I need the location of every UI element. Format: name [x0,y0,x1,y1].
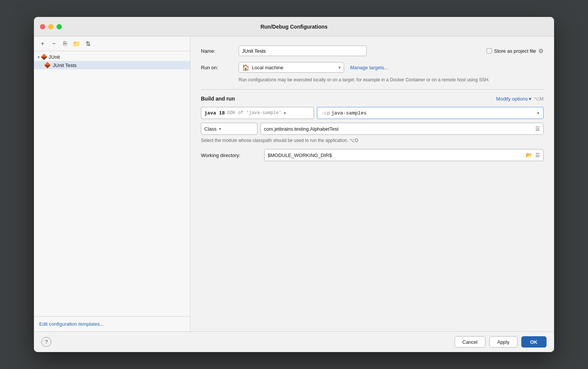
name-row: Name: Store as project file ⚙ [201,46,544,56]
bottom-bar: ? Cancel Apply OK [34,331,554,352]
apply-button[interactable]: Apply [489,336,518,348]
copy-icon: ⎘ [63,40,67,47]
help-button[interactable]: ? [41,337,51,347]
cp-content: -cp java-samples [321,110,367,116]
window-controls [40,24,62,29]
modify-options-button[interactable]: Modify options ▾ [496,96,531,102]
working-dir-value: $MODULE_WORKING_DIR$ [268,152,332,158]
working-dir-icons: 📂 ☰ [526,152,540,158]
chevron-down-icon: ▾ [529,96,531,102]
cp-prefix-label: -cp [321,110,330,116]
main-content: + − ⎘ 📁 ⇅ ▾ [34,37,554,331]
ok-button[interactable]: OK [521,336,547,348]
remove-config-button[interactable]: − [49,40,59,48]
run-on-label: Run on: [201,65,239,70]
working-dir-browse-icon[interactable]: ☰ [535,152,540,158]
run-debug-dialog: Run/Debug Configurations + − ⎘ 📁 ⇅ [34,17,554,352]
dialog-title: Run/Debug Configurations [260,24,328,30]
copy-config-button[interactable]: ⎘ [60,40,70,48]
minus-icon: − [52,40,55,47]
right-panel: Name: Store as project file ⚙ Run on: 🏠 … [190,37,554,331]
build-and-run-header: Build and run Modify options ▾ ⌥M [201,96,544,102]
sidebar-toolbar: + − ⎘ 📁 ⇅ [34,37,190,51]
tree-item-junit-tests[interactable]: JUnit Tests [34,61,190,69]
working-dir-label: Working directory: [201,152,261,158]
edit-templates-link[interactable]: Edit configuration templates... [39,321,104,327]
java-sdk-label: SDK of 'java-sample' [227,110,282,116]
java-sdk-row: java 18 SDK of 'java-sample' ▾ -cp java-… [201,107,544,119]
junit-group-icon [41,54,47,60]
sidebar-footer: Edit configuration templates... [34,316,190,331]
folder-icon: 📁 [73,40,80,47]
dropdown-arrow-icon: ▾ [338,65,341,70]
modify-options-label: Modify options [496,96,528,102]
plus-icon: + [41,40,44,47]
sort-config-button[interactable]: ⇅ [83,40,93,48]
tree-group-junit[interactable]: ▾ JUnit [34,53,190,61]
class-value-text: com.jetbrains.testing.AlphabetTest [264,126,338,132]
run-on-select[interactable]: 🏠 Local machine ▾ [239,62,344,73]
manage-targets-link[interactable]: Manage targets... [350,65,388,70]
cancel-button[interactable]: Cancel [455,336,485,348]
module-hint-text: Select the module whose classpath should… [201,138,358,143]
shortcut-hint: ⌥M [534,96,544,102]
sidebar-tree: ▾ JUnit JUnit Tests [34,51,190,316]
add-config-button[interactable]: + [38,40,47,48]
class-value-field[interactable]: com.jetbrains.testing.AlphabetTest ☰ [260,123,544,135]
gear-icon[interactable]: ⚙ [538,47,544,55]
section-title: Build and run [201,96,235,102]
store-as-project-container: Store as project file ⚙ [487,47,544,55]
maximize-button[interactable] [57,24,62,29]
run-on-hint-text: Run configurations may be executed local… [239,77,490,82]
run-on-value: Local machine [252,65,336,70]
home-icon: 🏠 [242,64,250,71]
cp-value-label: java-samples [331,110,367,116]
module-hint: Select the module whose classpath should… [201,138,544,143]
working-dir-folder-icon[interactable]: 📂 [526,152,532,158]
run-on-row: Run on: 🏠 Local machine ▾ Manage targets… [201,62,544,73]
class-row: Class ▾ com.jetbrains.testing.AlphabetTe… [201,123,544,135]
folder-config-button[interactable]: 📁 [72,40,81,48]
minimize-button[interactable] [48,24,54,29]
store-as-project-checkbox[interactable] [487,48,492,53]
class-select[interactable]: Class ▾ [201,123,257,135]
chevron-down-icon: ▾ [38,55,40,59]
java-dropdown-arrow-icon: ▾ [284,111,286,116]
close-button[interactable] [40,24,45,29]
name-input[interactable] [239,46,367,56]
working-dir-input[interactable]: $MODULE_WORKING_DIR$ 📂 ☰ [264,149,544,161]
sort-icon: ⇅ [86,40,90,47]
cp-dropdown-arrow-icon: ▾ [537,111,539,116]
working-dir-row: Working directory: $MODULE_WORKING_DIR$ … [201,149,544,161]
tree-item-label: JUnit Tests [53,63,77,68]
class-label: Class [204,126,217,132]
tree-group-label: JUnit [49,54,60,60]
junit-item-icon [44,62,51,68]
class-dropdown-arrow-icon: ▾ [219,127,221,131]
name-label: Name: [201,48,239,54]
java-sdk-select[interactable]: java 18 SDK of 'java-sample' ▾ [201,107,314,119]
run-on-hint: Run configurations may be executed local… [239,76,544,83]
sidebar: + − ⎘ 📁 ⇅ ▾ [34,37,190,331]
java-version-label: java 18 [204,110,225,116]
separator [201,89,544,90]
browse-icon[interactable]: ☰ [535,126,540,132]
store-as-project-label: Store as project file [494,48,536,54]
title-bar: Run/Debug Configurations [34,17,554,37]
cp-select[interactable]: -cp java-samples ▾ [317,107,544,119]
